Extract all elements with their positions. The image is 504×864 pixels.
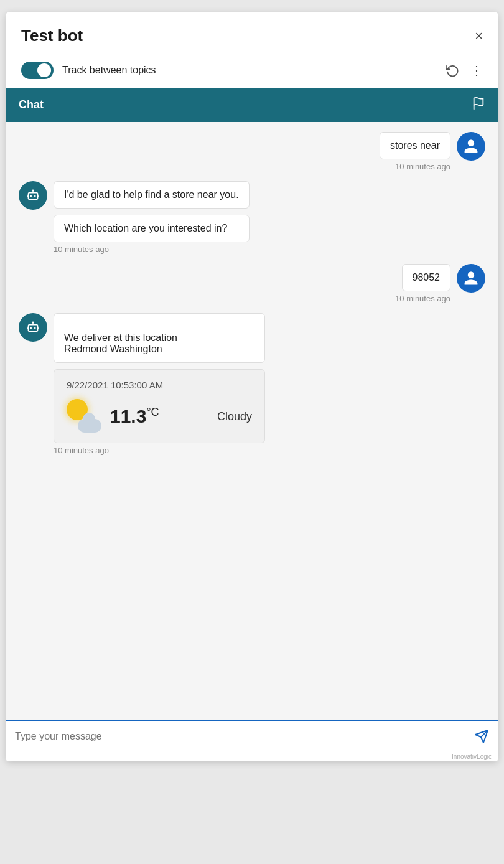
temp-unit: °C xyxy=(146,406,159,418)
svg-point-5 xyxy=(32,190,34,192)
bot-avatar-1 xyxy=(19,181,47,210)
svg-point-12 xyxy=(32,322,34,324)
weather-temp: 11.3°C xyxy=(110,406,159,427)
user-text-2: 98052 xyxy=(413,272,441,283)
chat-window: Test bot × Track between topics ⋮ Chat xyxy=(6,12,498,761)
weather-date: 9/22/2021 10:53:00 AM xyxy=(67,380,252,390)
user-bubble-1: stores near xyxy=(380,132,450,159)
weather-card: 9/22/2021 10:53:00 AM 11.3°C Cloudy xyxy=(54,369,265,443)
svg-point-3 xyxy=(34,195,36,197)
weather-main: 11.3°C Cloudy xyxy=(67,399,252,434)
send-button[interactable] xyxy=(474,729,489,744)
bot-message-2: We deliver at this location Redmond Wash… xyxy=(19,313,485,443)
window-title: Test bot xyxy=(21,26,83,45)
title-bar: Test bot × xyxy=(6,12,498,57)
more-options-button[interactable]: ⋮ xyxy=(470,63,483,78)
bot-text-2a: We deliver at this location Redmond Wash… xyxy=(64,332,177,354)
toggle-bar: Track between topics ⋮ xyxy=(6,57,498,88)
bot-bubbles-2: We deliver at this location Redmond Wash… xyxy=(54,313,265,443)
chat-header-title: Chat xyxy=(19,98,44,111)
svg-point-10 xyxy=(34,327,36,329)
svg-point-2 xyxy=(30,195,32,197)
message-input[interactable] xyxy=(15,728,468,744)
weather-condition: Cloudy xyxy=(217,410,252,423)
bot-timestamp-2: 10 minutes ago xyxy=(54,446,485,455)
user-avatar-2 xyxy=(457,264,485,293)
toolbar-icons: ⋮ xyxy=(446,63,483,78)
user-avatar-1 xyxy=(457,132,485,161)
chat-header: Chat xyxy=(6,88,498,122)
chat-area: stores near 10 minutes ago xyxy=(6,122,498,720)
temp-value: 11.3 xyxy=(110,406,146,426)
user-text-1: stores near xyxy=(390,140,440,151)
bot-timestamp-1: 10 minutes ago xyxy=(54,245,485,254)
flag-button[interactable] xyxy=(472,96,485,113)
bot-message-1: I'd be glad to help find a store near yo… xyxy=(19,181,485,242)
bot-bubble-1a: I'd be glad to help find a store near yo… xyxy=(54,181,250,209)
bot-avatar-2 xyxy=(19,313,47,342)
user-message-1: stores near xyxy=(19,132,485,161)
bot-text-1b: Which location are you interested in? xyxy=(64,223,227,233)
bot-bubble-2a: We deliver at this location Redmond Wash… xyxy=(54,313,265,363)
svg-rect-8 xyxy=(28,325,37,332)
chat-area-wrapper: stores near 10 minutes ago xyxy=(6,122,498,720)
svg-rect-1 xyxy=(28,193,37,200)
track-topics-label: Track between topics xyxy=(62,65,156,76)
user-message-2: 98052 xyxy=(19,264,485,293)
user-timestamp-1: 10 minutes ago xyxy=(19,162,450,171)
cloud-icon xyxy=(78,419,101,433)
reset-button[interactable] xyxy=(446,63,459,77)
bot-bubbles-1: I'd be glad to help find a store near yo… xyxy=(54,181,250,242)
close-button[interactable]: × xyxy=(475,29,483,43)
input-area xyxy=(6,720,498,752)
track-topics-toggle[interactable] xyxy=(21,62,54,79)
watermark: InnovativLogic xyxy=(6,752,498,761)
svg-point-9 xyxy=(30,327,32,329)
weather-icon xyxy=(67,399,101,434)
user-timestamp-2: 10 minutes ago xyxy=(19,294,450,303)
bot-bubble-1b: Which location are you interested in? xyxy=(54,215,250,242)
toggle-group: Track between topics xyxy=(21,62,156,79)
user-bubble-2: 98052 xyxy=(402,264,451,291)
watermark-text: InnovativLogic xyxy=(452,753,492,760)
bot-text-1a: I'd be glad to help find a store near yo… xyxy=(64,189,239,200)
